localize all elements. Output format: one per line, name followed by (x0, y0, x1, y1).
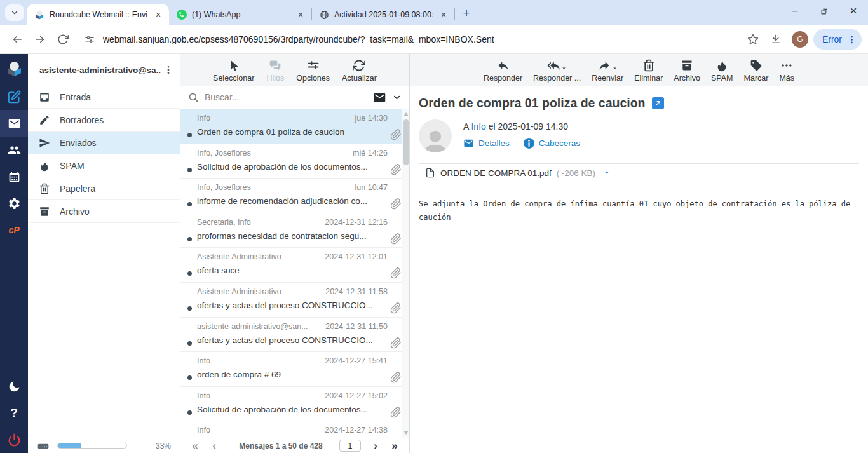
folder-item-papelera[interactable]: Papelera (28, 177, 180, 200)
url-field[interactable]: webmail.sanjuan.gob.ec/cpsess4870690156/… (100, 34, 741, 44)
refresh-icon (353, 59, 365, 72)
folder-label: Entrada (60, 92, 91, 102)
scrollbar-thumb[interactable] (403, 119, 409, 165)
prev-page-button[interactable]: ‹ (206, 440, 222, 452)
folder-item-entrada[interactable]: Entrada (28, 86, 180, 109)
profile-avatar[interactable]: G (792, 31, 808, 48)
forward-icon[interactable] (29, 29, 51, 50)
msg-subject: oferta soce (197, 266, 388, 275)
reply-button[interactable]: Responder (484, 58, 522, 83)
refresh-button[interactable]: Actualizar (342, 58, 377, 83)
forward-button[interactable]: Reenviar (592, 58, 623, 83)
search-scope-envelope-icon[interactable] (373, 91, 386, 104)
message-row[interactable]: Info2024-12-27 15:02 Solicitud de aproba… (180, 387, 409, 422)
next-page-button[interactable]: › (367, 440, 384, 452)
details-toggle[interactable]: Detalles (463, 138, 510, 149)
select-button[interactable]: Seleccionar (213, 58, 254, 83)
mark-button[interactable]: Marcar (744, 58, 769, 83)
unread-dot (187, 375, 192, 380)
scroll-up-icon[interactable] (403, 112, 409, 116)
tab-whatsapp[interactable]: (1) WhatsApp × (169, 4, 311, 25)
headers-toggle[interactable]: Cabeceras (524, 138, 580, 149)
rail-item-contacts[interactable] (0, 137, 28, 163)
close-window-button[interactable]: × (839, 0, 868, 22)
folder-list: Entrada Borradores Enviados SPAM Papeler… (28, 86, 180, 438)
rail-item-settings[interactable] (0, 190, 28, 217)
rail-item-calendar[interactable] (0, 163, 28, 190)
more-button[interactable]: Más (779, 58, 794, 83)
reply-all-button[interactable]: Responder ... (533, 58, 581, 83)
forward-icon (598, 59, 611, 72)
tab-roundcube[interactable]: Roundcube Webmail :: Enviados × (27, 4, 169, 25)
message-row[interactable]: Infojue 14:30 Orden de compra 01 poliza … (180, 109, 409, 144)
scroll-down-icon[interactable] (403, 431, 409, 435)
error-menu-button[interactable]: Error (813, 29, 862, 50)
logout-button[interactable] (0, 426, 28, 453)
first-page-button[interactable]: « (187, 440, 203, 452)
download-icon[interactable] (765, 29, 787, 50)
open-in-new-window-icon[interactable] (652, 97, 664, 109)
compose-icon (8, 90, 21, 104)
attachment-row[interactable]: ORDEN DE COMPRA 01.pdf (~206 KB) (419, 163, 859, 182)
message-row[interactable]: asistente-administrativo@san...2024-12-3… (180, 318, 409, 353)
list-scrollbar[interactable] (402, 109, 409, 438)
archive-icon (681, 59, 693, 72)
help-icon: ? (10, 406, 18, 420)
help-button[interactable]: ? (0, 400, 28, 426)
archive-button[interactable]: Archivo (674, 58, 700, 83)
folder-options-button[interactable] (161, 62, 176, 78)
tab-actividad[interactable]: Actividad 2025-01-09 08:00:00 × (312, 4, 454, 25)
dropdown-caret-icon[interactable] (612, 65, 618, 71)
msg-sender: Info (197, 114, 210, 123)
tab-close-icon[interactable]: × (438, 9, 449, 20)
message-row[interactable]: Asistente Administrativo2024-12-31 11:58… (180, 283, 409, 318)
folder-item-enviados[interactable]: Enviados (28, 132, 180, 154)
reload-icon[interactable] (52, 29, 74, 50)
recipient-link[interactable]: Info (471, 121, 485, 132)
whatsapp-icon (177, 10, 187, 20)
tab-close-icon[interactable]: × (295, 9, 306, 20)
account-email: asistente-administrativo@sa... (39, 65, 161, 75)
dark-mode-button[interactable] (0, 373, 28, 400)
delete-button[interactable]: Eliminar (634, 58, 663, 83)
search-input[interactable] (205, 92, 367, 102)
paperclip-icon (390, 164, 402, 175)
page-number-input[interactable] (339, 440, 361, 452)
last-page-button[interactable]: » (386, 440, 403, 452)
rail-item-mail[interactable] (0, 110, 28, 137)
rail-item-cpanel[interactable]: cP (0, 217, 28, 243)
threads-button[interactable]: Hilos (266, 58, 284, 83)
bookmark-star-icon[interactable] (742, 29, 764, 50)
calendar-icon (8, 170, 21, 184)
tab-close-icon[interactable]: × (153, 9, 164, 20)
minimize-button[interactable]: – (780, 0, 810, 22)
search-icon (188, 92, 199, 103)
paperclip-icon (390, 337, 402, 349)
dropdown-caret-icon[interactable] (561, 65, 567, 71)
message-row[interactable]: Info, Josefloresmié 14:26 Solicitud de a… (180, 144, 409, 179)
compose-button[interactable] (0, 83, 28, 110)
message-row[interactable]: Asistente Administrativo2024-12-31 12:01… (180, 248, 409, 283)
envelope-icon (463, 138, 474, 149)
tab-search-button[interactable] (5, 4, 24, 21)
back-icon[interactable] (6, 29, 28, 50)
message-row[interactable]: Info, Josefloreslun 10:47 informe de rec… (180, 179, 409, 213)
folder-item-spam[interactable]: SPAM (28, 154, 180, 177)
folder-item-borradores[interactable]: Borradores (28, 109, 180, 132)
quota-fill (58, 443, 81, 448)
msg-subject: informe de recomendación adjudicación co… (197, 196, 388, 206)
roundcube-logo[interactable] (6, 60, 23, 77)
attachment-caret-icon[interactable] (603, 169, 611, 177)
message-row[interactable]: Info2024-12-27 14:38 (180, 421, 409, 438)
new-tab-button[interactable]: + (458, 4, 475, 22)
message-row[interactable]: Secretaria, Info2024-12-31 12:16 proform… (180, 213, 409, 248)
site-info-icon[interactable] (80, 30, 99, 49)
spam-button[interactable]: SPAM (711, 58, 733, 83)
msg-sender: Info (197, 356, 210, 365)
restore-button[interactable] (810, 0, 839, 22)
chevron-down-icon[interactable] (392, 93, 402, 102)
options-button[interactable]: Opciones (296, 58, 330, 83)
message-row[interactable]: Info2024-12-27 15:41 orden de compra # 6… (180, 352, 409, 387)
mark-label: Marcar (744, 74, 769, 83)
folder-item-archivo[interactable]: Archivo (28, 200, 180, 223)
